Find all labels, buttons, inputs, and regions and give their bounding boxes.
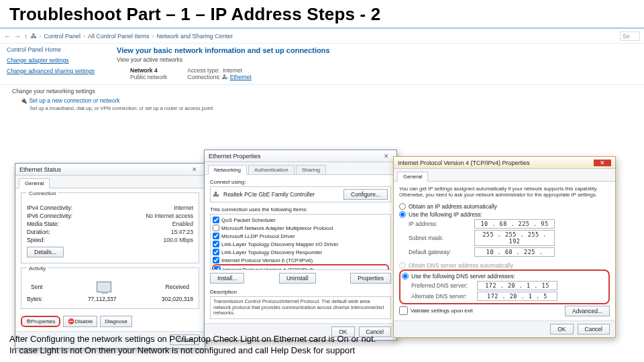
uninstall-button[interactable]: Uninstall <box>279 273 316 284</box>
cp-home-label: Control Panel Home <box>7 46 107 53</box>
ip-label: IP address: <box>409 221 470 227</box>
tab-authentication[interactable]: Authentication <box>248 165 294 175</box>
radio-use-ip-label: Use the following IP address: <box>409 211 482 218</box>
advanced-button[interactable]: Advanced... <box>565 306 610 316</box>
ipv6-label: IPv6 Connectivity: <box>27 213 72 219</box>
tab-sharing[interactable]: Sharing <box>296 165 327 175</box>
close-icon[interactable]: ✕ <box>594 160 611 166</box>
change-settings-heading: Change your networking settings <box>0 85 644 97</box>
cp-heading: View your basic network information and … <box>117 46 637 54</box>
cp-subheading: View your active networks <box>117 56 637 63</box>
ethernet-status-dialog: Ethernet Status✕ General Connection IPv4… <box>15 163 205 349</box>
tab-networking[interactable]: Networking <box>208 165 247 175</box>
ethernet-properties-dialog: Ethernet Properties✕ Networking Authenti… <box>204 149 397 341</box>
mask-label: Subnet mask: <box>409 235 470 241</box>
radio-use-dns[interactable] <box>402 273 409 280</box>
screenshot-canvas: ← → ↑ 🖧 › Control Panel › All Control Pa… <box>0 29 644 310</box>
d3-title: Internet Protocol Version 4 (TCP/IPv4) P… <box>398 160 530 166</box>
mask-input[interactable]: 255 . 255 . 255 . 192 <box>474 230 555 246</box>
tab-general[interactable]: General <box>397 172 428 182</box>
description-text: Transmission Control Protocol/Internet P… <box>210 296 391 319</box>
ip-input[interactable]: 10 . 68 . 225 . 95 <box>474 219 555 229</box>
ipv4-properties-dialog: Internet Protocol Version 4 (TCP/IPv4) P… <box>393 156 616 338</box>
slide-title: Troubleshoot Part – 1 – IP Address Steps… <box>0 0 644 29</box>
tab-general[interactable]: General <box>19 178 50 188</box>
bytes-label: Bytes: <box>27 296 43 302</box>
ipv4-note: You can get IP settings assigned automat… <box>399 186 610 202</box>
received-label: Received <box>166 284 189 290</box>
install-button[interactable]: Install... <box>210 273 244 284</box>
media-value: Enabled <box>172 221 193 227</box>
radio-auto-ip[interactable] <box>399 203 406 210</box>
disable-button[interactable]: ⛔ Disable <box>63 316 97 327</box>
bytes-sent: 77,112,337 <box>88 296 117 302</box>
crumb-control-panel[interactable]: Control Panel <box>44 33 81 40</box>
connections-label: Connections: <box>187 74 221 80</box>
network-type: Public network <box>130 74 167 80</box>
setup-new-connection-link[interactable]: 🔌 Set up a new connection or network <box>20 97 624 104</box>
close-icon[interactable]: ✕ <box>189 166 201 173</box>
chk-lltd-responder[interactable] <box>213 249 219 255</box>
footer-line-2: In case Light is not On then your Networ… <box>9 345 635 357</box>
bytes-recv: 302,020,318 <box>162 296 193 302</box>
item-properties-button[interactable]: Properties <box>350 273 391 284</box>
gateway-label: Default gateway: <box>409 249 470 255</box>
nav-back-icon[interactable]: ← <box>4 32 11 40</box>
group-connection: Connection <box>27 190 58 196</box>
chk-lltd-mapper[interactable] <box>213 241 219 247</box>
ipv6-value: No Internet access <box>146 213 193 219</box>
computer-icon <box>97 282 111 292</box>
crumb-all-items[interactable]: All Control Panel Items <box>88 33 150 40</box>
ethernet-link[interactable]: Ethernet <box>230 74 252 80</box>
dns2-label: Alternate DNS server: <box>411 293 473 300</box>
chk-qos[interactable] <box>213 217 219 223</box>
slide-footer: After Configuring the network settings o… <box>9 333 635 357</box>
d1-title: Ethernet Status <box>19 166 61 173</box>
sent-label: Sent <box>31 284 43 290</box>
setup-desc: Set up a broadband, dial-up, or VPN conn… <box>20 105 624 111</box>
radio-auto-dns-label: Obtain DNS server address automatically <box>409 262 513 269</box>
control-panel-body: Control Panel Home Change adapter settin… <box>0 44 644 85</box>
nav-fwd-icon[interactable]: → <box>14 32 21 40</box>
media-label: Media State: <box>27 221 59 227</box>
duration-value: 15:47:23 <box>171 229 193 235</box>
radio-use-ip[interactable] <box>399 211 406 218</box>
details-button[interactable]: Details... <box>27 247 64 257</box>
dns1-label: Preferred DNS server: <box>411 282 473 289</box>
ipv4-label: IPv4 Connectivity: <box>27 204 72 211</box>
access-type-label: Access type: <box>187 67 219 74</box>
link-advanced-sharing[interactable]: Change advanced sharing settings <box>7 68 107 74</box>
group-activity: Activity <box>27 265 48 272</box>
close-icon[interactable]: ✕ <box>380 153 392 160</box>
explorer-breadcrumb: ← → ↑ 🖧 › Control Panel › All Control Pa… <box>0 29 644 44</box>
access-type-value: Internet <box>223 67 242 74</box>
speed-value: 100.0 Mbps <box>164 237 193 243</box>
validate-label: Validate settings upon exit <box>411 308 473 314</box>
search-input[interactable]: Se <box>620 32 640 41</box>
folder-icon: 🖧 <box>31 33 37 40</box>
configure-button[interactable]: Configure... <box>343 189 388 200</box>
diagnose-button[interactable]: Diagnose <box>100 316 132 327</box>
duration-label: Duration: <box>27 229 50 235</box>
dns1-input[interactable]: 172 . 20 . 1 . 15 <box>477 281 557 290</box>
crumb-network-sharing[interactable]: Network and Sharing Center <box>157 33 233 40</box>
link-adapter-settings[interactable]: Change adapter settings <box>7 57 107 64</box>
chk-multiplexor[interactable] <box>213 225 219 231</box>
d2-title: Ethernet Properties <box>209 153 261 160</box>
dns2-input[interactable]: 172 . 20 . 1 . 5 <box>477 292 557 301</box>
protocol-list[interactable]: QoS Packet Scheduler Microsoft Network A… <box>210 214 391 270</box>
chk-ipv6[interactable] <box>213 257 219 263</box>
gateway-input[interactable]: 10 . 68 . 225 . <box>474 247 555 257</box>
network-name: Network 4 <box>130 67 167 74</box>
items-label: This connection uses the following items… <box>210 205 391 214</box>
description-heading: Description <box>210 286 391 296</box>
connect-using-label: Connect using: <box>210 179 391 186</box>
radio-auto-ip-label: Obtain an IP address automatically <box>409 203 497 210</box>
radio-auto-dns <box>399 262 406 269</box>
nav-up-icon[interactable]: ↑ <box>24 32 28 40</box>
radio-use-dns-label: Use the following DNS server addresses: <box>411 273 515 280</box>
chk-lldp[interactable] <box>213 233 219 239</box>
properties-button[interactable]: ⚙ Properties <box>21 316 60 327</box>
speed-label: Speed: <box>27 237 45 243</box>
validate-checkbox[interactable] <box>399 306 408 315</box>
